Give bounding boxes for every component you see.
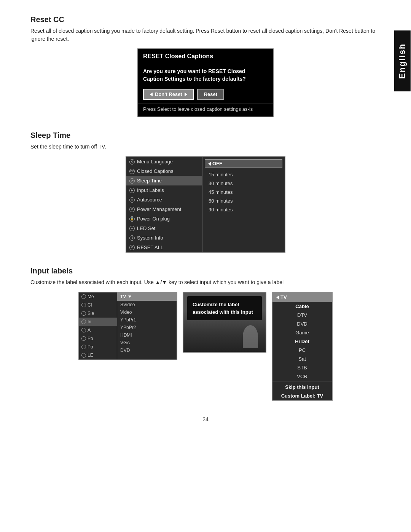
il-item-in: In [79, 318, 117, 326]
input-labels-title: Input labels [30, 267, 381, 275]
input-left-panel: Me Cl Sle In A Po Po [78, 292, 177, 360]
tooltip-box: Customize the label associated with this… [187, 296, 262, 320]
irp-item-cable: Cable [272, 302, 332, 311]
menu-icon-language: ⚙ [129, 159, 135, 165]
sleep-menu-right: OFF 15 minutes 30 minutes 45 minutes 60 … [202, 157, 285, 252]
il-sub-vga: VGA [117, 339, 177, 347]
irp-item-dvd: DVD [272, 320, 332, 328]
il-top-tv: TV [117, 292, 177, 301]
irp-item-pc: PC [272, 346, 332, 355]
irp-item-stb: STB [272, 363, 332, 372]
input-mid-area: Customize the label associated with this… [183, 292, 266, 353]
il-sub-svideo: SVideo [117, 301, 177, 308]
irp-item-sat: Sat [272, 355, 332, 363]
il-icon-le [81, 353, 86, 358]
reset-cc-description: Reset all of closed caption setting you … [30, 27, 381, 43]
il-icon-me [81, 294, 86, 299]
reset-cc-dialog: RESET Closed Captions Are you sure you w… [137, 48, 274, 117]
menu-icon-power-plug: 🔒 [129, 216, 135, 222]
tooltip-text: Customize the label associated with this… [193, 302, 253, 315]
irp-divider1 [272, 382, 332, 382]
il-item-me: Me [79, 292, 117, 301]
sleep-option-30: 30 minutes [202, 179, 285, 188]
il-sub-ypbpr2: YPbPr2 [117, 324, 177, 331]
menu-icon-sleep: ◔ [129, 178, 135, 184]
reset-cc-title: Reset CC [30, 15, 381, 24]
irp-top: TV [272, 292, 332, 302]
il-arrow-down [128, 296, 131, 298]
menu-item-cc: CC Closed Captions [126, 166, 202, 176]
input-labels-container: Me Cl Sle In A Po Po [30, 292, 381, 401]
irp-item-vcr: VCR [272, 372, 332, 381]
reset-button[interactable]: Reset [197, 89, 224, 100]
input-left-menu: Me Cl Sle In A Po Po [79, 292, 117, 359]
sleep-time-title: Sleep Time [30, 131, 381, 140]
dialog-note: Press Select to leave closed caption set… [138, 104, 273, 117]
il-item-le: LE [79, 351, 117, 359]
il-item-a: A [79, 326, 117, 334]
input-labels-description: Customize the label associated with each… [30, 278, 381, 286]
il-sub-ypbpr1: YPbPr1 [117, 316, 177, 324]
menu-icon-led: ● [129, 226, 135, 231]
sleep-menu-left: ⚙ Menu Language CC Closed Captions ◔ Sle… [126, 157, 202, 252]
dialog-body-line2: Caption Settings to the factory defaults… [143, 76, 246, 82]
il-item-sle: Sle [79, 309, 117, 318]
menu-item-autosource: A Autosource [126, 195, 202, 204]
menu-icon-power-mgmt: ⊕ [129, 207, 135, 212]
irp-item-hidef: Hi Def [272, 337, 332, 346]
menu-icon-cc: CC [129, 169, 135, 174]
menu-item-power-mgmt: ⊕ Power Management [126, 204, 202, 214]
sleep-option-off: OFF [205, 159, 282, 168]
il-icon-po2 [81, 345, 86, 349]
dont-reset-button[interactable]: Don't Reset [143, 89, 194, 100]
il-top-tv-label: TV [120, 294, 126, 299]
irp-top-label: TV [280, 294, 287, 300]
menu-icon-input: ▶ [129, 188, 135, 193]
sleep-menu-outer: ⚙ Menu Language CC Closed Captions ◔ Sle… [126, 156, 285, 253]
irp-arrow-left [276, 296, 279, 299]
side-tab: English [394, 30, 411, 91]
il-item-po2: Po [79, 343, 117, 351]
sleep-arrow-indicator [208, 162, 211, 166]
menu-item-reset-all: ↺ RESET ALL [126, 243, 202, 252]
il-item-cl: Cl [79, 301, 117, 309]
irp-item-skip: Skip this input [272, 383, 332, 391]
dont-reset-label: Don't Reset [155, 91, 182, 97]
sleep-option-45: 45 minutes [202, 188, 285, 197]
sleep-menu-screenshot: ⚙ Menu Language CC Closed Captions ◔ Sle… [30, 156, 381, 253]
irp-item-game: Game [272, 328, 332, 337]
il-sub-dvd: DVD [117, 347, 177, 354]
irp-item-dtv: DTV [272, 311, 332, 320]
sleep-option-90: 90 minutes [202, 205, 285, 214]
menu-item-input: ▶ Input Labels [126, 185, 202, 195]
il-icon-a [81, 328, 86, 332]
irp-item-custom: Custom Label: TV [272, 391, 332, 400]
il-icon-cl [81, 303, 86, 307]
sleep-time-description: Set the sleep time to turn off TV. [30, 143, 381, 151]
input-right-panel: TV Cable DTV DVD Game Hi Def PC Sat STB … [272, 292, 333, 401]
reset-label: Reset [204, 91, 217, 97]
il-sub-video: Video [117, 308, 177, 316]
dialog-buttons: Don't Reset Reset [138, 86, 273, 104]
sleep-option-15: 15 minutes [202, 170, 285, 179]
il-icon-po1 [81, 336, 86, 341]
il-item-po1: Po [79, 334, 117, 343]
dialog-title: RESET Closed Captions [138, 49, 273, 63]
sleep-option-60: 60 minutes [202, 197, 285, 205]
il-sub-hdmi: HDMI [117, 331, 177, 339]
menu-icon-autosource: A [129, 197, 135, 203]
page-number: 24 [30, 416, 381, 422]
menu-item-sleep: ◔ Sleep Time [126, 176, 202, 185]
dialog-body: Are you sure you want to RESET Closed Ca… [138, 63, 273, 86]
menu-item-sysinfo: ℹ System Info [126, 233, 202, 243]
dont-reset-arrow-right [185, 93, 187, 96]
menu-icon-reset-all: ↺ [129, 245, 135, 250]
scene-figure [243, 325, 258, 348]
dialog-body-line1: Are you sure you want to RESET Closed [143, 68, 245, 74]
page-container: English Reset CC Reset all of closed cap… [0, 0, 411, 445]
il-icon-in [81, 320, 86, 324]
menu-item-power-plug: 🔒 Power On plug [126, 214, 202, 224]
il-icon-sle [81, 311, 86, 316]
menu-item-led: ● LED Set [126, 224, 202, 233]
dont-reset-arrow-left [150, 93, 153, 96]
